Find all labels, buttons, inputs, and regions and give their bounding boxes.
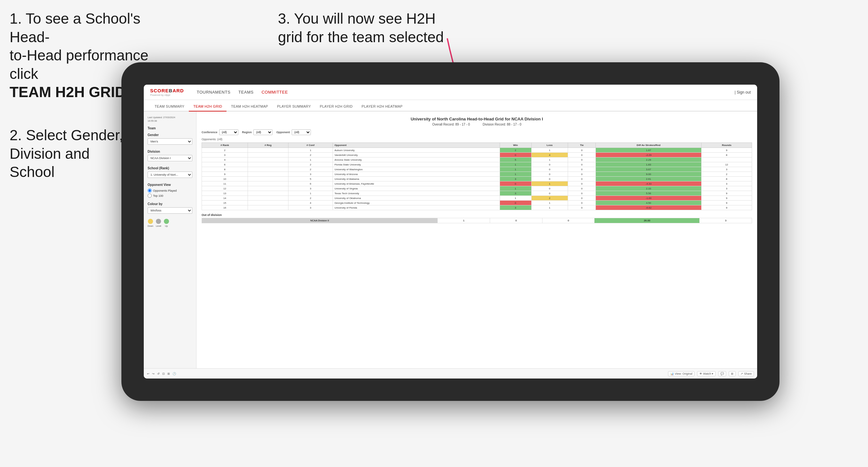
grid-title: University of North Carolina Head-to-Hea… <box>202 117 752 121</box>
subnav-player-h2h-heatmap[interactable]: PLAYER H2H HEATMAP <box>357 104 407 112</box>
col-diff: Diff Av Strokes/Rnd <box>596 143 702 148</box>
cell-diff: 5.56 <box>596 191 702 196</box>
cell-conf: 2 <box>288 196 333 200</box>
table-row: 8 2 University of Washington 1 0 0 3.67 … <box>202 167 752 172</box>
cell-tie: 0 <box>568 157 596 162</box>
cell-opponent: Vanderbilt University <box>333 153 500 157</box>
filter-region-select[interactable]: (All) <box>253 129 273 135</box>
col-loss: Loss <box>531 143 568 148</box>
share-button[interactable]: ↗ Share <box>738 371 754 376</box>
table-row: 9 3 University of Arizona 1 0 0 9.00 2 <box>202 172 752 177</box>
cell-diff: -1.00 <box>596 196 702 200</box>
refresh-icon[interactable]: ↺ <box>157 372 160 375</box>
cell-reg <box>248 148 288 153</box>
undo-icon[interactable]: ↩ <box>147 372 150 375</box>
table-row: 3 2 Vanderbilt University 0 4 0 -2.29 8 <box>202 153 752 157</box>
cell-reg <box>248 167 288 172</box>
radio-top100[interactable]: Top 100 <box>148 193 192 198</box>
cell-opponent: Texas Tech University <box>333 191 500 196</box>
cell-rounds: 2 <box>702 172 752 177</box>
view-original-button[interactable]: 📊 View: Original <box>668 371 694 376</box>
copy-icon[interactable]: ⊡ <box>162 372 165 375</box>
cell-tie: 0 <box>568 206 596 210</box>
swatch-up: Up <box>164 219 169 227</box>
nav-committee[interactable]: COMMITTEE <box>261 90 288 95</box>
swatch-down: Down <box>148 219 153 227</box>
swatch-level-color <box>156 219 161 224</box>
cell-reg <box>248 181 288 186</box>
sidebar-gender-select[interactable]: Men's <box>148 138 192 145</box>
subnav-team-h2h-grid[interactable]: TEAM H2H GRID <box>189 104 226 112</box>
paste-icon[interactable]: ⊞ <box>167 372 170 375</box>
cell-reg <box>248 186 288 191</box>
cell-rounds: 9 <box>702 148 752 153</box>
cell-tie: 0 <box>568 186 596 191</box>
cell-tie: 0 <box>568 162 596 167</box>
cell-opponent: University of Florida <box>333 206 500 210</box>
cell-diff: 1.83 <box>596 162 702 167</box>
out-division-table: NCAA Division II 1 0 0 26.00 3 <box>202 218 752 223</box>
watch-button[interactable]: 👁 Watch ▾ <box>697 371 716 376</box>
cell-conf: 4 <box>288 200 333 206</box>
sign-out-link[interactable]: | Sign out <box>735 90 751 95</box>
cell-win: 1 <box>500 196 531 200</box>
nav-tournaments[interactable]: TOURNAMENTS <box>197 90 231 95</box>
subnav-team-h2h-heatmap[interactable]: TEAM H2H HEATMAP <box>226 104 273 112</box>
table-row: 12 3 University of Virginia 1 0 0 2.33 3 <box>202 186 752 191</box>
cell-reg <box>248 200 288 206</box>
filter-opponent-select[interactable]: (All) <box>292 129 311 135</box>
col-conf: # Conf <box>288 143 333 148</box>
cell-loss: 1 <box>531 148 568 153</box>
cell-reg <box>248 162 288 167</box>
sidebar-school-select[interactable]: 1. University of Nort... <box>148 172 192 178</box>
cell-win: 1 <box>500 186 531 191</box>
grid-button[interactable]: ⊞ <box>729 371 736 376</box>
cell-tie: 0 <box>568 177 596 181</box>
subnav-team-summary[interactable]: TEAM SUMMARY <box>150 104 189 112</box>
cell-reg <box>248 177 288 181</box>
cell-conf: 1 <box>288 148 333 153</box>
cell-diff: -2.29 <box>596 153 702 157</box>
cell-win: 3 <box>500 206 531 210</box>
overall-record: Overall Record: 89 - 17 - 0 <box>432 123 470 126</box>
sidebar-radio-group: Opponents Played Top 100 <box>148 188 192 198</box>
cell-rank: 4 <box>202 157 248 162</box>
subnav-player-h2h-grid[interactable]: PLAYER H2H GRID <box>315 104 357 112</box>
division-record: Division Record: 88 - 17 - 0 <box>483 123 521 126</box>
cell-tie: 0 <box>568 191 596 196</box>
cell-diff: 2.61 <box>596 177 702 181</box>
cell-win: 2 <box>500 148 531 153</box>
out-rounds: 3 <box>700 218 752 223</box>
out-win: 1 <box>438 218 490 223</box>
col-rounds: Rounds <box>702 143 752 148</box>
cell-opponent: University of Alabama <box>333 177 500 181</box>
opponents-label: Opponents: (All) <box>202 138 752 141</box>
cell-opponent: University of Oklahoma <box>333 196 500 200</box>
cell-loss: 0 <box>531 186 568 191</box>
cell-tie: 0 <box>568 148 596 153</box>
redo-icon[interactable]: ↪ <box>152 372 155 375</box>
cell-rank: 14 <box>202 196 248 200</box>
cell-reg <box>248 206 288 210</box>
filter-opponent: Opponent (All) <box>276 129 311 135</box>
cell-rank: 13 <box>202 191 248 196</box>
radio-opponents-played[interactable]: Opponents Played <box>148 188 192 193</box>
sidebar-gender-label: Gender <box>148 133 192 137</box>
filter-region: Region (All) <box>242 129 273 135</box>
cell-opponent: Georgia Institute of Technology <box>333 200 500 206</box>
cell-opponent: Florida State University <box>333 162 500 167</box>
cell-opponent: University of Arizona <box>333 172 500 177</box>
sidebar-division-select[interactable]: NCAA Division I <box>148 155 192 161</box>
comment-button[interactable]: 💬 <box>718 371 726 376</box>
out-loss: 0 <box>490 218 542 223</box>
cell-tie: 0 <box>568 200 596 206</box>
sidebar-colour-label: Colour by <box>148 202 192 206</box>
cell-loss: 0 <box>531 191 568 196</box>
colour-swatches: Down Level Up <box>148 219 192 227</box>
clock-icon: 🕐 <box>173 372 176 375</box>
filter-conference-select[interactable]: (All) <box>219 129 238 135</box>
nav-teams[interactable]: TEAMS <box>238 90 253 95</box>
cell-win: 3 <box>500 191 531 196</box>
sidebar-colour-select[interactable]: Win/loss <box>148 207 192 214</box>
subnav-player-summary[interactable]: PLAYER SUMMARY <box>273 104 315 112</box>
